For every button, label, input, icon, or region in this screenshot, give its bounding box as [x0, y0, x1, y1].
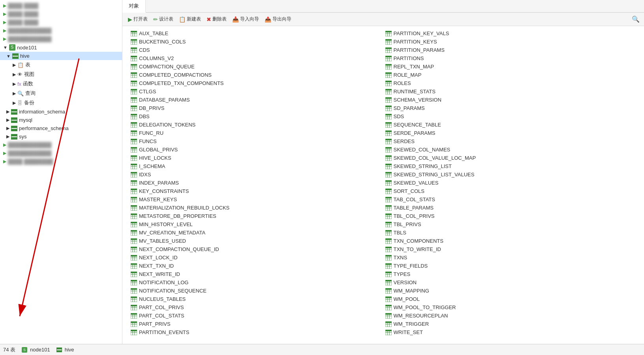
open-table-button[interactable]: ▶ 打开表: [126, 15, 150, 24]
table-row[interactable]: TBL_COL_PRIVS: [383, 212, 638, 220]
sidebar-item-mysql[interactable]: ▶ mysql: [0, 116, 122, 124]
new-table-button[interactable]: 📋 新建表: [176, 15, 203, 24]
table-row[interactable]: SKEWED_VALUES: [383, 179, 638, 187]
table-row[interactable]: SEQUENCE_TABLE: [383, 121, 638, 129]
table-row[interactable]: TABLE_PARAMS: [383, 204, 638, 212]
table-row[interactable]: SKEWED_STRING_LIST: [383, 162, 638, 170]
table-row[interactable]: MV_CREATION_METADATA: [129, 228, 383, 237]
table-row[interactable]: FUNC_RU: [129, 129, 383, 137]
table-row[interactable]: TYPES: [383, 270, 638, 278]
table-row[interactable]: SCHEMA_VERSION: [383, 96, 638, 104]
table-row[interactable]: SDS: [383, 112, 638, 121]
table-row[interactable]: TXN_TO_WRITE_ID: [383, 245, 638, 253]
table-row[interactable]: NEXT_TXN_ID: [129, 262, 383, 270]
table-row[interactable]: IDXS: [129, 170, 383, 179]
sidebar-item-blurred3[interactable]: ▶ ████ ████: [0, 18, 122, 26]
table-row[interactable]: SKEWED_COL_NAMES: [383, 145, 638, 154]
sidebar-item-blurred6[interactable]: ▶ ████████████: [0, 141, 122, 149]
sidebar-item-blurred4[interactable]: ▶ ████████████: [0, 26, 122, 35]
table-row[interactable]: CTLGS: [129, 87, 383, 96]
table-row[interactable]: NEXT_LOCK_ID: [129, 253, 383, 262]
table-row[interactable]: METASTORE_DB_PROPERTIES: [129, 212, 383, 220]
table-row[interactable]: COMPLETED_COMPACTIONS: [129, 71, 383, 79]
table-row[interactable]: TBLS: [383, 228, 638, 237]
table-row[interactable]: DATABASE_PARAMS: [129, 96, 383, 104]
table-row[interactable]: NEXT_WRITE_ID: [129, 270, 383, 278]
table-row[interactable]: TAB_COL_STATS: [383, 195, 638, 204]
export-wizard-button[interactable]: 📤 导出向导: [262, 15, 294, 24]
sidebar-item-backups[interactable]: ▶ 🗄 备份: [0, 98, 122, 108]
table-row[interactable]: TYPE_FIELDS: [383, 262, 638, 270]
sidebar-item-blurred5[interactable]: ▶ ████████████: [0, 35, 122, 43]
table-row[interactable]: PART_PRIVS: [129, 320, 383, 328]
table-row[interactable]: MV_TABLES_USED: [129, 237, 383, 245]
table-row[interactable]: SKEWED_STRING_LIST_VALUES: [383, 170, 638, 179]
table-row[interactable]: DELEGATION_TOKENS: [129, 121, 383, 129]
table-row[interactable]: ROLE_MAP: [383, 71, 638, 79]
delete-table-button[interactable]: ✖ 删除表: [204, 15, 229, 24]
table-row[interactable]: I_SCHEMA: [129, 162, 383, 170]
table-row[interactable]: BUCKETING_COLS: [129, 38, 383, 46]
table-row[interactable]: SERDES: [383, 137, 638, 145]
sidebar-item-blurred1[interactable]: ▶ ████ ████: [0, 2, 122, 10]
table-row[interactable]: WM_POOL: [383, 295, 638, 303]
sidebar-item-blurred8[interactable]: ▶ ████ ████████: [0, 157, 122, 166]
table-row[interactable]: COMPACTION_QUEUE: [129, 62, 383, 71]
table-row[interactable]: WM_POOL_TO_TRIGGER: [383, 303, 638, 312]
design-table-button[interactable]: ✏ 设计表: [151, 15, 176, 24]
table-row[interactable]: PART_COL_PRIVS: [129, 303, 383, 312]
sidebar-item-sys[interactable]: ▶ sys: [0, 132, 122, 141]
table-row[interactable]: WM_RESOURCEPLAN: [383, 312, 638, 320]
table-row[interactable]: WM_TRIGGER: [383, 320, 638, 328]
table-row[interactable]: NOTIFICATION_SEQUENCE: [129, 287, 383, 295]
sidebar-item-blurred2[interactable]: ▶ ████ ████: [0, 10, 122, 18]
table-row[interactable]: AUX_TABLE: [129, 29, 383, 38]
table-row[interactable]: SERDE_PARAMS: [383, 129, 638, 137]
import-wizard-button[interactable]: 📥 导入向导: [230, 15, 261, 24]
table-row[interactable]: SKEWED_COL_VALUE_LOC_MAP: [383, 154, 638, 162]
sidebar-item-hive[interactable]: ▼ hive: [0, 52, 122, 60]
table-row[interactable]: PARTITION_KEY_VALS: [383, 29, 638, 38]
search-button[interactable]: 🔍: [631, 14, 641, 24]
table-row[interactable]: SORT_COLS: [383, 187, 638, 195]
table-row[interactable]: NUCLEUS_TABLES: [129, 295, 383, 303]
table-row[interactable]: TXN_COMPONENTS: [383, 237, 638, 245]
sidebar-item-tables[interactable]: ▶ 📋 表: [0, 60, 122, 70]
table-row[interactable]: PART_COL_STATS: [129, 312, 383, 320]
table-row[interactable]: MATERIALIZATION_REBUILD_LOCKS: [129, 204, 383, 212]
table-row[interactable]: COMPLETED_TXN_COMPONENTS: [129, 79, 383, 87]
table-row[interactable]: REPL_TXN_MAP: [383, 62, 638, 71]
sidebar-item-views[interactable]: ▶ 👁 视图: [0, 70, 122, 79]
table-row[interactable]: NEXT_COMPACTION_QUEUE_ID: [129, 245, 383, 253]
table-row[interactable]: WM_MAPPING: [383, 287, 638, 295]
table-row[interactable]: TXNS: [383, 253, 638, 262]
table-row[interactable]: TBL_PRIVS: [383, 220, 638, 228]
table-row[interactable]: CDS: [129, 46, 383, 54]
table-row[interactable]: PARTITION_KEYS: [383, 38, 638, 46]
table-row[interactable]: SD_PARAMS: [383, 104, 638, 112]
table-row[interactable]: MASTER_KEYS: [129, 195, 383, 204]
table-row[interactable]: COLUMNS_V2: [129, 54, 383, 62]
sidebar-item-queries[interactable]: ▶ 🔍 查询: [0, 89, 122, 98]
table-row[interactable]: DBS: [129, 112, 383, 121]
table-row[interactable]: VERSION: [383, 278, 638, 287]
table-row[interactable]: HIVE_LOCKS: [129, 154, 383, 162]
table-row[interactable]: FUNCS: [129, 137, 383, 145]
table-row[interactable]: GLOBAL_PRIVS: [129, 145, 383, 154]
table-row[interactable]: PARTITION_PARAMS: [383, 46, 638, 54]
table-row[interactable]: KEY_CONSTRAINTS: [129, 187, 383, 195]
table-row[interactable]: PARTITION_EVENTS: [129, 328, 383, 336]
table-row[interactable]: NOTIFICATION_LOG: [129, 278, 383, 287]
table-row[interactable]: ROLES: [383, 79, 638, 87]
sidebar-item-functions[interactable]: ▶ fx 函数: [0, 79, 122, 89]
sidebar-item-information-schema[interactable]: ▶ information_schema: [0, 108, 122, 116]
sidebar-item-blurred7[interactable]: ▶ ████████████: [0, 149, 122, 157]
sidebar-item-node101[interactable]: ▼ S node101: [0, 43, 122, 52]
table-row[interactable]: PARTITIONS: [383, 54, 638, 62]
table-row[interactable]: DB_PRIVS: [129, 104, 383, 112]
table-row[interactable]: RUNTIME_STATS: [383, 87, 638, 96]
tab-objects[interactable]: 对象: [122, 0, 146, 13]
table-row[interactable]: MIN_HISTORY_LEVEL: [129, 220, 383, 228]
table-row[interactable]: WRITE_SET: [383, 328, 638, 336]
sidebar-item-performance-schema[interactable]: ▶ performance_schema: [0, 124, 122, 132]
